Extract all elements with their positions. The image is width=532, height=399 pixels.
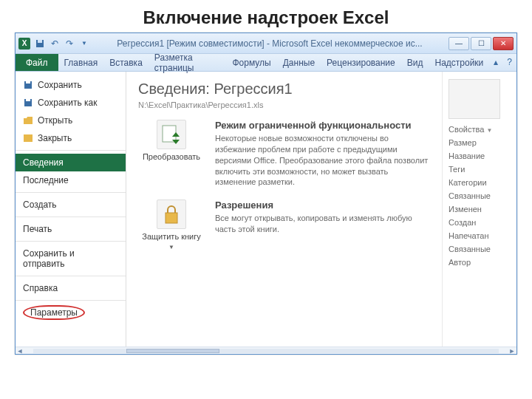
menu-close[interactable]: Закрыть	[16, 129, 126, 147]
svg-rect-5	[26, 99, 30, 101]
save-disk-icon	[23, 80, 33, 90]
chevron-down-icon: ▼	[486, 127, 492, 134]
ribbon-tab-addins[interactable]: Надстройки	[429, 54, 489, 71]
compat-body: Режим ограниченной функциональности Неко…	[215, 120, 430, 188]
scroll-track[interactable]	[33, 349, 499, 353]
ribbon-tab-insert[interactable]: Вставка	[103, 54, 149, 71]
window-controls: — ☐ ✕	[449, 37, 514, 50]
save-icon[interactable]	[33, 37, 47, 50]
properties-panel: Свойства ▼ Размер Название Теги Категори…	[443, 72, 516, 347]
separator	[16, 276, 126, 276]
permissions-section: Защитить книгу ▼ Разрешения Все могут от…	[138, 200, 430, 250]
svg-rect-8	[166, 213, 177, 223]
folder-open-icon	[23, 115, 33, 126]
dropdown-arrow-icon: ▼	[168, 244, 174, 250]
qat-dropdown-icon[interactable]: ▼	[78, 37, 91, 50]
menu-new[interactable]: Создать	[16, 196, 126, 214]
menu-share[interactable]: Сохранить и отправить	[16, 245, 126, 273]
compat-section: Преобразовать Режим ограниченной функцио…	[138, 120, 430, 188]
protect-label: Защитить книгу	[142, 232, 201, 241]
prop-title: Название	[449, 151, 511, 160]
menu-open-label: Открыть	[38, 115, 72, 126]
menu-info[interactable]: Сведения	[16, 154, 126, 171]
window-title: Регрессия1 [Режим совместимости] - Micro…	[91, 38, 449, 49]
close-button[interactable]: ✕	[493, 37, 514, 50]
prop-created: Создан	[449, 218, 511, 227]
scroll-thumb[interactable]	[126, 349, 219, 353]
quick-access-toolbar: ↶ ↷ ▼	[33, 37, 91, 50]
prop-related2: Связанные	[449, 245, 511, 253]
properties-dropdown[interactable]: Свойства ▼	[449, 125, 511, 134]
ribbon: Файл Главная Вставка Разметка страницы Ф…	[16, 54, 516, 72]
scroll-right-icon[interactable]: ►	[508, 347, 516, 355]
separator	[16, 192, 126, 193]
lock-icon	[157, 200, 186, 229]
file-tab[interactable]: Файл	[16, 54, 58, 71]
separator	[16, 300, 126, 301]
excel-window: X ↶ ↷ ▼ Регрессия1 [Режим совместимости]…	[15, 33, 517, 355]
ribbon-tab-view[interactable]: Вид	[401, 54, 429, 71]
svg-rect-1	[38, 40, 42, 43]
prop-printed: Напечатан	[449, 231, 511, 240]
svg-rect-3	[26, 81, 30, 83]
minimize-button[interactable]: —	[449, 37, 469, 50]
menu-help[interactable]: Справка	[16, 279, 126, 297]
document-thumbnail	[449, 79, 500, 119]
excel-app-icon: X	[18, 38, 30, 50]
prop-categories: Категории	[449, 178, 511, 187]
convert-icon	[157, 120, 186, 149]
menu-info-label: Сведения	[23, 157, 64, 168]
folder-close-icon	[23, 133, 33, 143]
menu-save[interactable]: Сохранить	[16, 76, 126, 94]
separator	[16, 216, 126, 217]
info-path: N:\Excel\Практика\Регрессия1.xls	[138, 100, 430, 109]
ribbon-minimize-icon[interactable]: ▴	[489, 54, 502, 71]
redo-icon[interactable]: ↷	[63, 37, 76, 50]
permissions-text: Все могут открывать, копировать и изменя…	[215, 213, 430, 235]
info-title: Сведения: Регрессия1	[138, 81, 430, 98]
menu-options-label: Параметры	[23, 305, 85, 320]
prop-author: Автор	[449, 258, 511, 267]
menu-options[interactable]: Параметры	[23, 305, 118, 320]
svg-rect-7	[163, 126, 176, 142]
menu-close-label: Закрыть	[38, 133, 72, 143]
backstage-sidebar: Сохранить Сохранить как Открыть Закрыть …	[16, 72, 126, 347]
scroll-left-icon[interactable]: ◄	[16, 347, 24, 355]
ribbon-tab-formulas[interactable]: Формулы	[227, 54, 277, 71]
compat-heading: Режим ограниченной функциональности	[215, 120, 430, 131]
horizontal-scrollbar[interactable]: ◄ ►	[16, 347, 516, 354]
permissions-heading: Разрешения	[215, 200, 430, 211]
permissions-body: Разрешения Все могут открывать, копирова…	[215, 200, 430, 250]
ribbon-tab-review[interactable]: Рецензирование	[321, 54, 401, 71]
menu-save-label: Сохранить	[38, 80, 82, 90]
undo-icon[interactable]: ↶	[48, 37, 61, 50]
menu-print[interactable]: Печать	[16, 220, 126, 238]
prop-related: Связанные	[449, 191, 511, 200]
convert-label: Преобразовать	[143, 152, 200, 161]
ribbon-tab-data[interactable]: Данные	[277, 54, 321, 71]
separator	[16, 150, 126, 151]
properties-label: Свойства	[449, 125, 484, 134]
protect-button[interactable]: Защитить книгу ▼	[138, 200, 205, 250]
separator	[16, 241, 126, 242]
prop-modified: Изменен	[449, 205, 511, 214]
maximize-button[interactable]: ☐	[471, 37, 491, 50]
menu-save-as[interactable]: Сохранить как	[16, 94, 126, 112]
menu-save-as-label: Сохранить как	[38, 98, 97, 108]
help-icon[interactable]: ?	[502, 54, 516, 71]
slide-title: Включение надстроек Excel	[0, 0, 532, 33]
prop-size: Размер	[449, 138, 511, 147]
menu-recent[interactable]: Последние	[16, 171, 126, 189]
menu-open[interactable]: Открыть	[16, 112, 126, 129]
prop-tags: Теги	[449, 165, 511, 174]
ribbon-tab-page-layout[interactable]: Разметка страницы	[149, 54, 227, 71]
convert-button[interactable]: Преобразовать	[138, 120, 205, 188]
backstage-view: Сохранить Сохранить как Открыть Закрыть …	[16, 72, 516, 347]
info-panel: Сведения: Регрессия1 N:\Excel\Практика\Р…	[126, 72, 443, 347]
titlebar: X ↶ ↷ ▼ Регрессия1 [Режим совместимости]…	[16, 33, 516, 54]
svg-rect-6	[24, 134, 33, 142]
compat-text: Некоторые новые возможности отключены во…	[215, 133, 430, 188]
ribbon-tab-home[interactable]: Главная	[58, 54, 104, 71]
save-as-icon	[23, 98, 33, 108]
